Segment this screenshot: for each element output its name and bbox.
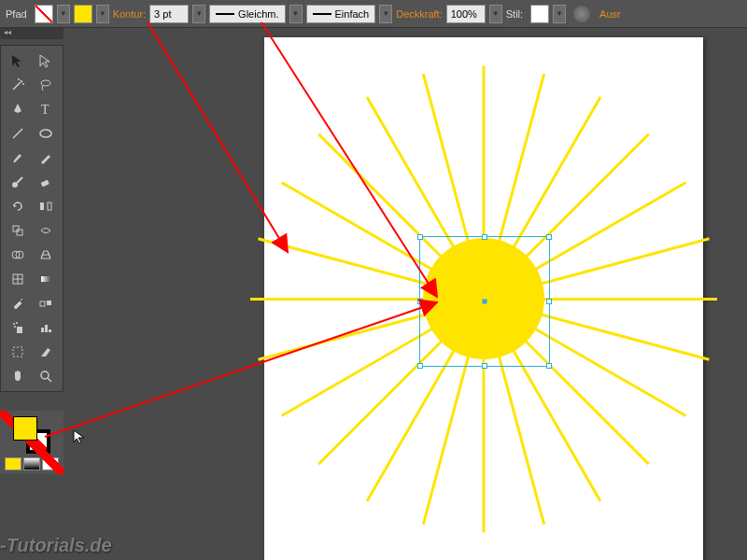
width-tool[interactable] xyxy=(33,219,59,242)
opacity-field[interactable]: 100% xyxy=(446,5,486,23)
stroke-label: Kontur: xyxy=(113,8,146,20)
stroke-profile-label: Gleichm. xyxy=(238,8,278,20)
mesh-tool[interactable] xyxy=(5,268,31,290)
stroke-profile-dropdown[interactable]: ▼ xyxy=(289,5,303,23)
svg-rect-24 xyxy=(49,329,51,332)
brush-dropdown[interactable]: ▼ xyxy=(379,5,392,23)
svg-rect-6 xyxy=(40,203,44,210)
handle-n[interactable] xyxy=(482,234,487,240)
pen-tool[interactable] xyxy=(5,98,31,120)
selection-tool[interactable] xyxy=(5,49,31,72)
handle-w[interactable] xyxy=(417,299,423,304)
svg-text:T: T xyxy=(41,103,49,117)
style-label: Stil: xyxy=(506,8,523,20)
svg-point-26 xyxy=(41,371,49,379)
handle-se[interactable] xyxy=(546,363,552,369)
recolor-icon[interactable] xyxy=(573,6,590,22)
stroke-weight-field[interactable]: 3 pt xyxy=(149,5,189,23)
svg-rect-22 xyxy=(41,328,44,332)
handle-e[interactable] xyxy=(546,299,552,304)
eyedropper-tool[interactable] xyxy=(5,292,31,315)
scale-tool[interactable] xyxy=(5,219,31,242)
fill-swatch[interactable] xyxy=(35,5,53,23)
svg-point-21 xyxy=(14,326,16,328)
opacity-dropdown[interactable]: ▼ xyxy=(489,5,502,23)
color-mode-none[interactable] xyxy=(42,457,59,470)
fill-dropdown[interactable]: ▼ xyxy=(57,5,70,23)
stroke-profile[interactable]: Gleichm. xyxy=(209,5,285,23)
style-dropdown[interactable]: ▼ xyxy=(553,5,566,23)
stroke-swatch[interactable] xyxy=(74,5,92,23)
canvas-area[interactable] xyxy=(63,28,747,560)
handle-s[interactable] xyxy=(482,363,487,369)
svg-rect-9 xyxy=(17,230,22,235)
tools-panel: T xyxy=(0,45,63,392)
rotate-tool[interactable] xyxy=(5,195,31,217)
gradient-tool[interactable] xyxy=(33,268,59,290)
brush-label: Einfach xyxy=(335,8,370,20)
svg-rect-5 xyxy=(41,179,49,187)
svg-rect-7 xyxy=(48,203,51,210)
selection-bounding-box[interactable] xyxy=(419,236,550,367)
lasso-tool[interactable] xyxy=(33,74,59,96)
handle-sw[interactable] xyxy=(417,363,423,369)
color-panel xyxy=(0,411,63,474)
svg-line-27 xyxy=(48,378,51,382)
reflect-tool[interactable] xyxy=(33,195,59,217)
object-type-label: Pfad xyxy=(6,8,27,20)
handle-nw[interactable] xyxy=(417,234,423,240)
svg-rect-23 xyxy=(45,325,48,332)
eraser-tool[interactable] xyxy=(33,171,59,193)
pencil-tool[interactable] xyxy=(33,147,59,169)
stroke-dropdown[interactable]: ▼ xyxy=(96,5,109,23)
svg-point-19 xyxy=(13,323,15,325)
svg-rect-16 xyxy=(40,301,45,306)
ellipse-tool[interactable] xyxy=(33,122,59,145)
type-tool[interactable]: T xyxy=(33,98,59,120)
svg-rect-25 xyxy=(13,347,22,357)
control-bar: Pfad ▼ ▼ Kontur: 3 pt ▼ Gleichm. ▼ Einfa… xyxy=(0,0,747,28)
opacity-label: Deckkraft: xyxy=(396,8,443,20)
slice-tool[interactable] xyxy=(33,341,59,363)
selection-center-icon xyxy=(483,300,487,304)
svg-point-3 xyxy=(40,130,51,137)
blend-tool[interactable] xyxy=(33,292,59,315)
align-truncated: Ausr xyxy=(599,8,621,20)
style-swatch[interactable] xyxy=(530,5,549,23)
svg-rect-15 xyxy=(41,276,50,282)
artboard-tool[interactable] xyxy=(5,341,31,363)
watermark-text: -Tutorials.de xyxy=(0,535,112,556)
paintbrush-tool[interactable] xyxy=(5,147,31,169)
direct-selection-tool[interactable] xyxy=(33,49,59,72)
line-tool[interactable] xyxy=(5,122,31,145)
symbol-sprayer-tool[interactable] xyxy=(5,316,31,339)
svg-rect-8 xyxy=(13,226,19,231)
zoom-tool[interactable] xyxy=(33,365,59,387)
svg-point-20 xyxy=(16,322,18,324)
brush-definition[interactable]: Einfach xyxy=(306,5,376,23)
svg-rect-18 xyxy=(17,327,22,333)
fill-color-box[interactable] xyxy=(13,416,37,441)
perspective-tool[interactable] xyxy=(33,244,59,266)
svg-rect-17 xyxy=(47,301,51,305)
handle-ne[interactable] xyxy=(546,234,552,240)
blob-brush-tool[interactable] xyxy=(5,171,31,193)
stroke-weight-dropdown[interactable]: ▼ xyxy=(192,5,205,23)
shape-builder-tool[interactable] xyxy=(5,244,31,266)
panel-tab-strip[interactable]: ◂◂ xyxy=(0,28,63,39)
graph-tool[interactable] xyxy=(33,316,59,339)
hand-tool[interactable] xyxy=(5,365,31,387)
magic-wand-tool[interactable] xyxy=(5,74,31,96)
svg-line-2 xyxy=(13,129,22,138)
